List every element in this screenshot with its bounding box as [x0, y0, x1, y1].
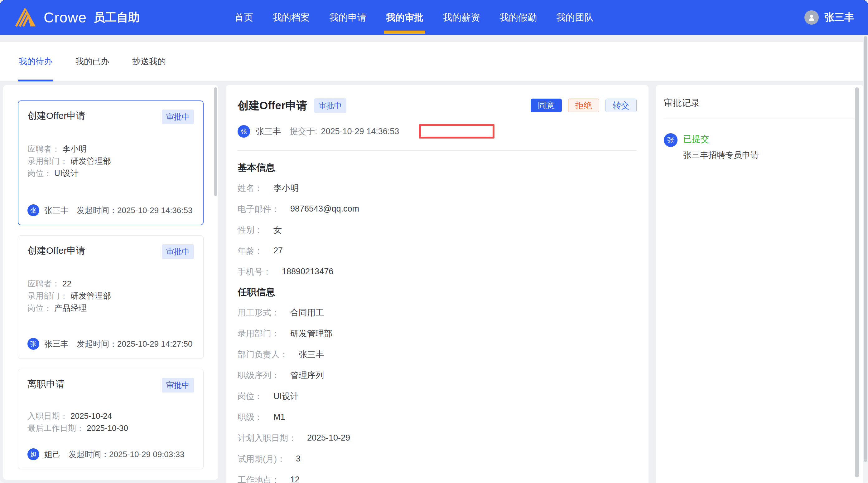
todo-card-resignation[interactable]: 离职申请 审批中 入职日期：2025-10-24 最后工作日期：2025-10-… [18, 369, 204, 469]
field-value: 22 [62, 279, 71, 288]
detail-field-row: 年龄：27 [238, 240, 637, 261]
submitted-time: 2025-10-29 14:36:53 [321, 127, 399, 136]
field-value: 2025-10-29 [307, 433, 350, 443]
field-label: 岗位： [27, 169, 52, 178]
todo-card-offer-2[interactable]: 创建Offer申请 审批中 应聘者：22 录用部门：研发管理部 岗位：产品经理 … [18, 235, 204, 359]
field-value: 产品经理 [54, 303, 87, 313]
initiator-name: 张三丰 [44, 339, 69, 349]
todo-card-offer-1[interactable]: 创建Offer申请 审批中 应聘者：李小明 录用部门：研发管理部 岗位：UI设计… [18, 101, 204, 225]
field-label: 职级序列： [238, 370, 280, 381]
brand-logo: Crowe 员工自助 [14, 6, 140, 29]
field-label: 录用部门： [27, 156, 68, 166]
field-value: 27 [273, 246, 283, 256]
detail-divider [238, 150, 637, 151]
submitter-row: 张 张三丰 提交于: 2025-10-29 14:36:53 [238, 123, 637, 139]
field-label: 性别： [238, 224, 263, 235]
detail-field-row: 职级序列：管理序列 [238, 365, 637, 386]
nav-item-my-team[interactable]: 我的团队 [555, 0, 595, 35]
initiated-time: 发起时间：2025-10-29 14:27:50 [77, 339, 192, 349]
field-label: 试用期(月)： [238, 453, 285, 464]
nav-item-my-salary[interactable]: 我的薪资 [441, 0, 482, 35]
field-value: M1 [273, 412, 285, 422]
detail-field-row: 性别：女 [238, 219, 637, 240]
brand-name: Crowe [44, 9, 87, 26]
detail-field-row: 计划入职日期：2025-10-29 [238, 427, 637, 448]
card-title: 创建Offer申请 [27, 244, 86, 257]
app-header: Crowe 员工自助 首页 我的档案 我的申请 我的审批 我的薪资 我的假勤 我… [0, 0, 868, 35]
field-value: UI设计 [54, 169, 79, 178]
card-title: 创建Offer申请 [27, 110, 86, 122]
detail-field-row: 试用期(月)：3 [238, 448, 637, 469]
field-label: 工作地点： [238, 474, 280, 483]
section-heading-basic-info: 基本信息 [238, 158, 637, 177]
field-label: 岗位： [27, 303, 52, 313]
card-fields: 应聘者：李小明 录用部门：研发管理部 岗位：UI设计 [27, 143, 194, 179]
transfer-button[interactable]: 转交 [606, 98, 637, 112]
detail-field-row: 职级：M1 [238, 406, 637, 427]
field-value: 女 [273, 224, 282, 235]
log-entry-status: 已提交 [683, 133, 759, 145]
approval-log-title: 审批记录 [664, 96, 856, 110]
field-value: 2025-10-24 [70, 411, 112, 421]
detail-field-row: 手机号：18890213476 [238, 261, 637, 282]
field-label: 部门负责人： [238, 349, 288, 360]
detail-field-row: 工作地点：12 [238, 469, 637, 483]
status-badge: 审批中 [162, 378, 194, 393]
submitter-avatar: 张 [238, 125, 250, 138]
approval-log-panel: 审批记录 张 已提交 张三丰招聘专员申请 [656, 85, 864, 483]
field-label: 应聘者： [27, 279, 60, 288]
field-value: 2025-10-30 [87, 423, 128, 433]
status-badge: 审批中 [162, 110, 194, 124]
field-value: 李小明 [62, 144, 87, 153]
user-name: 张三丰 [824, 10, 854, 24]
field-value: 研发管理部 [290, 328, 332, 339]
nav-item-my-attendance[interactable]: 我的假勤 [498, 0, 538, 35]
field-value: 研发管理部 [70, 156, 111, 166]
card-fields: 入职日期：2025-10-24 最后工作日期：2025-10-30 [27, 410, 194, 434]
field-label: 岗位： [238, 391, 263, 402]
detail-field-row: 电子邮件：9876543@qq.com [238, 198, 637, 219]
field-value: 12 [290, 475, 300, 483]
nav-item-my-approvals[interactable]: 我的审批 [385, 0, 425, 35]
nav-item-home[interactable]: 首页 [233, 0, 254, 35]
initiator-avatar: 张 [27, 338, 39, 350]
tab-my-todo[interactable]: 我的待办 [19, 42, 52, 81]
nav-item-my-profile[interactable]: 我的档案 [271, 0, 311, 35]
approval-log-entry: 张 已提交 张三丰招聘专员申请 [664, 133, 856, 161]
initiator-name: 张三丰 [44, 205, 69, 216]
detail-field-row: 录用部门：研发管理部 [238, 323, 637, 344]
field-value: 3 [296, 454, 301, 464]
field-label: 录用部门： [27, 291, 68, 301]
initiated-time: 发起时间：2025-10-29 14:36:53 [77, 205, 192, 216]
tab-cc-to-me[interactable]: 抄送我的 [132, 42, 166, 81]
field-value: 管理序列 [290, 370, 324, 381]
detail-field-row: 部门负责人：张三丰 [238, 344, 637, 365]
card-title: 离职申请 [27, 378, 65, 391]
tab-my-done[interactable]: 我的已办 [75, 42, 109, 81]
crowe-logo-icon [14, 6, 37, 29]
page-scrollbar-thumb[interactable] [864, 36, 867, 462]
field-label: 最后工作日期： [27, 423, 84, 433]
page-scrollbar[interactable] [863, 35, 868, 483]
field-label: 计划入职日期： [238, 432, 297, 444]
field-value: 9876543@qq.com [290, 204, 359, 214]
field-label: 年龄： [238, 245, 263, 256]
main-nav: 首页 我的档案 我的申请 我的审批 我的薪资 我的假勤 我的团队 [233, 0, 595, 35]
field-label: 电子邮件： [238, 203, 280, 215]
user-menu[interactable]: 张三丰 [804, 10, 854, 25]
todo-list-scrollbar[interactable] [214, 87, 217, 196]
card-fields: 应聘者：22 录用部门：研发管理部 岗位：产品经理 [27, 278, 194, 314]
initiator-avatar: 张 [27, 204, 39, 216]
detail-title: 创建Offer申请 [238, 98, 307, 113]
reject-button[interactable]: 拒绝 [568, 98, 599, 112]
field-value: 18890213476 [282, 267, 333, 277]
nav-item-my-requests[interactable]: 我的申请 [328, 0, 368, 35]
red-annotation-box [419, 124, 495, 139]
app-title: 员工自助 [94, 10, 140, 25]
agree-button[interactable]: 同意 [531, 98, 562, 112]
detail-field-row: 姓名：李小明 [238, 177, 637, 198]
approval-log-scrollbar[interactable] [855, 87, 859, 477]
user-avatar-icon [804, 10, 819, 25]
submitter-name: 张三丰 [256, 126, 281, 137]
todo-list-panel: 创建Offer申请 审批中 应聘者：李小明 录用部门：研发管理部 岗位：UI设计… [3, 85, 218, 480]
